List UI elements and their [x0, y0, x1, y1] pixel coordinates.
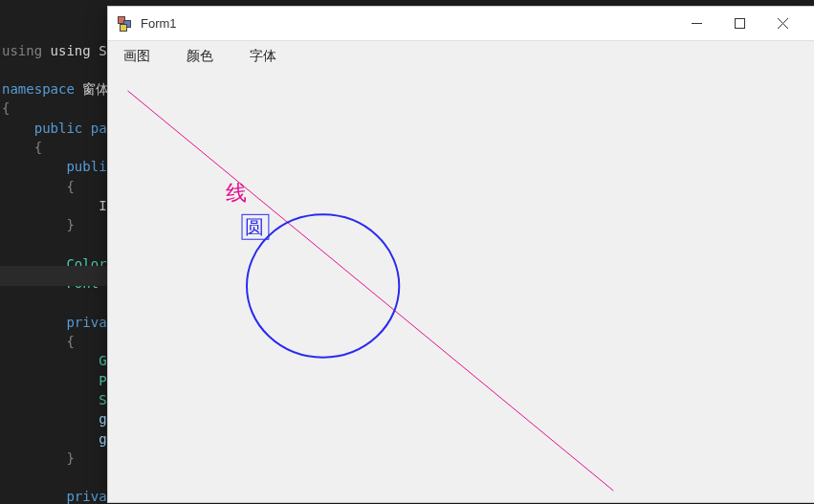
drawn-line — [128, 91, 614, 491]
circle-label: 圆 — [245, 216, 264, 237]
code-line: { — [2, 334, 75, 349]
drawn-circle — [247, 214, 399, 357]
app-icon — [118, 16, 133, 32]
form1-window: Form1 画图 颜色 字体 线 圆 — [107, 6, 814, 503]
code-line: } — [2, 450, 75, 466]
minimize-button[interactable] — [675, 11, 718, 37]
code-line: g. — [2, 431, 115, 447]
code-line: Pe — [2, 373, 115, 388]
drawing-canvas[interactable]: 线 圆 — [108, 72, 814, 502]
close-button[interactable] — [761, 11, 804, 37]
code-line: { — [2, 179, 75, 194]
code-line: private — [2, 489, 122, 504]
maximize-button[interactable] — [718, 11, 761, 37]
svg-rect-1 — [736, 19, 745, 29]
code-line: Gr — [2, 353, 115, 368]
code-line: { — [2, 100, 10, 116]
code-line: } — [2, 217, 75, 232]
code-line: In — [2, 198, 115, 213]
code-line: public — [2, 159, 115, 174]
code-line: private — [2, 315, 122, 330]
menu-draw[interactable]: 画图 — [114, 44, 160, 69]
code-line: namespace 窗体 — [2, 81, 109, 97]
window-title: Form1 — [141, 16, 675, 31]
code-line: public par — [2, 121, 115, 136]
code-line: So — [2, 392, 115, 407]
code-line: { — [2, 140, 42, 155]
menubar: 画图 颜色 字体 — [108, 41, 814, 72]
titlebar[interactable]: Form1 — [108, 7, 814, 41]
code-line: g. — [2, 411, 115, 427]
menu-color[interactable]: 颜色 — [177, 44, 223, 69]
menu-font[interactable]: 字体 — [240, 44, 286, 69]
line-label: 线 — [226, 181, 247, 205]
